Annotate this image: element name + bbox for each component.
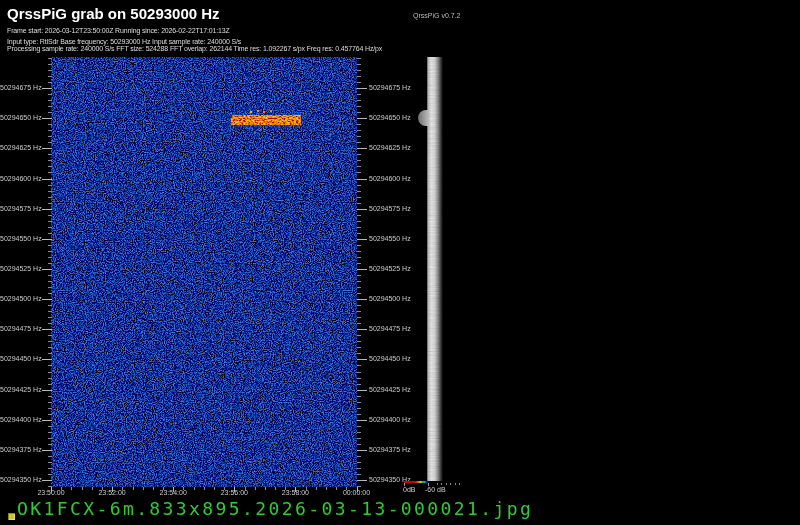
freq-tick-right [357,281,361,282]
freq-label-left: 50294625 Hz [0,144,41,152]
freq-tick-right [357,323,361,324]
freq-tick-left [48,172,52,173]
freq-label-left: 50294375 Hz [0,446,41,454]
time-tick [183,487,184,490]
freq-tick-left [48,160,52,161]
freq-tick-right [357,275,361,276]
freq-tick-right [357,444,361,445]
freq-label-right: 50294375 Hz [369,446,411,454]
db-minor-tick [450,483,451,485]
freq-tick-right [357,172,361,173]
freq-tick-right [357,420,367,421]
signal-speck [257,110,259,112]
freq-tick-left [48,130,52,131]
time-tick [316,487,317,490]
freq-tick-left [48,166,52,167]
freq-tick-right [357,215,361,216]
db-zero-label: 0dB [403,486,415,493]
freq-tick-right [357,245,361,246]
freq-tick-right [357,166,361,167]
freq-tick-left [48,462,52,463]
freq-tick-right [357,372,361,373]
freq-tick-left [48,384,52,385]
freq-label-right: 50294500 Hz [369,295,411,303]
freq-tick-left [48,444,52,445]
freq-tick-left [48,197,52,198]
freq-tick-left [48,233,52,234]
freq-tick-left [42,329,52,330]
freq-tick-left [48,124,52,125]
freq-tick-left [48,408,52,409]
freq-tick-right [357,94,361,95]
db-minor-tick [455,483,456,485]
freq-tick-right [357,269,367,270]
freq-tick-left [48,341,52,342]
freq-tick-right [357,58,361,59]
freq-tick-right [357,299,367,300]
live-spectrum-strip [427,57,443,481]
freq-tick-right [357,414,361,415]
freq-tick-right [357,311,361,312]
freq-tick-right [357,227,361,228]
freq-tick-left [48,365,52,366]
qrss-signal-trace [231,115,301,125]
freq-tick-right [357,353,361,354]
db-minor-tick [437,483,438,485]
freq-tick-left [48,347,52,348]
freq-tick-left [48,142,52,143]
freq-tick-left [48,402,52,403]
time-tick [204,487,205,490]
signal-speck [263,111,265,113]
freq-tick-right [357,148,367,149]
freq-tick-right [357,341,361,342]
freq-tick-right [357,408,361,409]
freq-label-left: 50294675 Hz [0,84,41,92]
input-settings-line: Input type: RtlSdr Base frequency: 50293… [7,38,241,45]
freq-label-right: 50294575 Hz [369,205,411,213]
freq-tick-left [48,203,52,204]
freq-label-right: 50294625 Hz [369,144,411,152]
time-tick [143,487,144,490]
spectrum-peak-bump [418,110,428,126]
freq-tick-right [357,100,361,101]
freq-tick-left [42,148,52,149]
freq-tick-left [48,263,52,264]
freq-tick-left [48,372,52,373]
time-tick [306,487,307,490]
time-tick [245,487,246,490]
freq-tick-left [48,311,52,312]
freq-tick-left [48,251,52,252]
output-filename-text: OK1FCX-6m.833x895.2026-03-13-000021.jpg [17,498,533,519]
freq-tick-left [48,396,52,397]
freq-tick-left [48,474,52,475]
freq-tick-left [48,438,52,439]
app-version-label: QrssPiG v0.7.2 [413,12,460,19]
freq-tick-left [48,432,52,433]
freq-tick-right [357,287,361,288]
signal-speck [250,111,252,113]
freq-tick-right [357,221,361,222]
freq-tick-right [357,203,361,204]
time-tick [255,487,256,490]
freq-tick-right [357,179,367,180]
freq-tick-right [357,462,361,463]
processing-settings-line: Processing sample rate: 240000 S/s FFT s… [7,45,382,52]
freq-tick-right [357,130,361,131]
signal-speck [270,110,272,112]
freq-label-right: 50294400 Hz [369,416,411,424]
freq-label-left: 50294650 Hz [0,114,41,122]
time-tick [71,487,72,490]
freq-tick-left [42,88,52,89]
freq-label-left: 50294350 Hz [0,476,41,484]
freq-tick-right [357,390,367,391]
freq-tick-right [357,64,361,65]
freq-tick-right [357,438,361,439]
freq-tick-left [48,64,52,65]
freq-tick-left [48,414,52,415]
freq-tick-right [357,112,361,113]
freq-tick-right [357,239,367,240]
freq-tick-right [357,293,361,294]
freq-tick-right [357,450,367,451]
freq-tick-left [48,70,52,71]
time-label: 00:00:00 [335,489,379,497]
